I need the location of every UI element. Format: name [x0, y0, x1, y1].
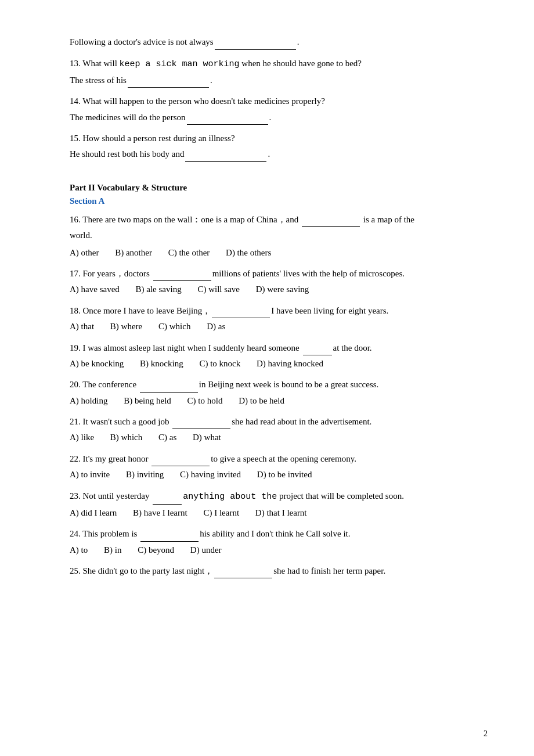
intro-line: Following a doctor's advice is not alway…	[70, 35, 488, 50]
q21-opt-b: B) which	[110, 430, 142, 445]
q14-text: 14. What will happen to the person who d…	[70, 93, 488, 109]
q19-opt-a: A) be knocking	[70, 357, 124, 372]
q19-opt-b: B) knocking	[140, 357, 183, 372]
q24-opt-c: C) beyond	[138, 543, 174, 558]
q18-opt-d: D) as	[207, 319, 225, 334]
q21-opt-a: A) like	[70, 430, 94, 445]
q13-text: 13. What will keep a sick man working wh…	[70, 56, 488, 72]
q22-text: 22. It's my great honor to give a speech…	[70, 451, 488, 466]
q17-options: A) have saved B) ale saving C) will save…	[70, 282, 488, 297]
question-21: 21. It wasn't such a good job she had re…	[70, 414, 488, 445]
q13-answer: The stress of his.	[70, 73, 488, 88]
intro-text: Following a doctor's advice is not alway…	[70, 37, 214, 46]
q23-text: 23. Not until yesterday anything about t…	[70, 488, 488, 505]
q25-text: 25. She didn't go to the party last nigh…	[70, 563, 488, 578]
q24-text: 24. This problem is his ability and I do…	[70, 526, 488, 541]
question-23: 23. Not until yesterday anything about t…	[70, 488, 488, 521]
q24-options: A) to B) in C) beyond D) under	[70, 543, 488, 558]
q23-opt-b: B) have I learnt	[133, 506, 187, 521]
q19-opt-d: D) having knocked	[257, 357, 323, 372]
q20-blank	[140, 392, 198, 393]
q21-text: 21. It wasn't such a good job she had re…	[70, 414, 488, 429]
q15-blank	[185, 161, 266, 162]
q23-options: A) did I learn B) have I learnt C) I lea…	[70, 506, 488, 521]
question-18: 18. Once more I have to leave Beijing，I …	[70, 303, 488, 334]
question-13: 13. What will keep a sick man working wh…	[70, 56, 488, 88]
q18-opt-a: A) that	[70, 319, 94, 334]
q17-opt-b: B) ale saving	[136, 282, 182, 297]
q23-special: anything about the	[183, 492, 277, 502]
q20-options: A) holding B) being held C) to hold D) t…	[70, 394, 488, 409]
q24-opt-b: B) in	[104, 543, 121, 558]
q25-blank	[214, 578, 272, 578]
q16-opt-d: D) the others	[226, 246, 271, 261]
q20-text: 20. The conference in Beijing next week …	[70, 377, 488, 392]
q13-blank	[128, 87, 209, 88]
q16-continuation: world.	[70, 228, 488, 243]
page-number: 2	[484, 729, 488, 739]
q20-opt-c: C) to hold	[187, 394, 223, 409]
q16-text: 16. There are two maps on the wall：one i…	[70, 212, 488, 227]
q14-blank	[187, 124, 268, 125]
q24-blank	[140, 541, 199, 542]
q16-blank	[302, 226, 360, 227]
q22-options: A) to invite B) inviting C) having invit…	[70, 467, 488, 483]
q20-opt-b: B) being held	[124, 394, 171, 409]
q23-opt-a: A) did I learn	[70, 506, 117, 521]
question-20: 20. The conference in Beijing next week …	[70, 377, 488, 408]
q19-opt-c: C) to knock	[199, 357, 240, 372]
section-a-heading: Section A	[70, 196, 488, 206]
q22-opt-a: A) to invite	[70, 467, 110, 483]
q19-options: A) be knocking B) knocking C) to knock D…	[70, 357, 488, 372]
q19-text: 19. I was almost asleep last night when …	[70, 340, 488, 355]
q16-opt-a: A) other	[70, 246, 99, 261]
q18-options: A) that B) where C) which D) as	[70, 319, 488, 334]
question-16: 16. There are two maps on the wall：one i…	[70, 212, 488, 260]
question-17: 17. For years，doctors millions of patien…	[70, 266, 488, 297]
q16-opt-c: C) the other	[168, 246, 210, 261]
q15-answer: He should rest both his body and.	[70, 147, 488, 162]
q22-opt-c: C) having invited	[180, 467, 241, 483]
q17-opt-c: C) will save	[197, 282, 240, 297]
q20-opt-d: D) to be held	[239, 394, 284, 409]
q18-opt-c: C) which	[158, 319, 190, 334]
q23-opt-d: D) that I learnt	[255, 506, 307, 521]
q22-blank	[151, 466, 210, 466]
question-14: 14. What will happen to the person who d…	[70, 93, 488, 125]
question-24: 24. This problem is his ability and I do…	[70, 526, 488, 557]
q18-text: 18. Once more I have to leave Beijing，I …	[70, 303, 488, 318]
question-15: 15. How should a person rest during an i…	[70, 131, 488, 162]
q17-blank	[153, 280, 211, 281]
q21-options: A) like B) which C) as D) what	[70, 430, 488, 445]
q21-opt-d: D) what	[193, 430, 221, 445]
q17-opt-d: D) were saving	[256, 282, 309, 297]
q14-answer: The medicines will do the person.	[70, 110, 488, 125]
part2-heading: Part II Vocabulary & Structure	[70, 183, 488, 193]
q22-opt-d: D) to be invited	[257, 467, 312, 483]
q24-opt-d: D) under	[190, 543, 222, 558]
question-25: 25. She didn't go to the party last nigh…	[70, 563, 488, 578]
q17-opt-a: A) have saved	[70, 282, 120, 297]
q16-opt-b: B) another	[115, 246, 152, 261]
q22-opt-b: B) inviting	[126, 467, 164, 483]
question-22: 22. It's my great honor to give a speech…	[70, 451, 488, 483]
q16-options: A) other B) another C) the other D) the …	[70, 246, 488, 261]
q18-opt-b: B) where	[110, 319, 142, 334]
q17-text: 17. For years，doctors millions of patien…	[70, 266, 488, 281]
q21-opt-c: C) as	[158, 430, 176, 445]
q19-blank	[303, 355, 332, 355]
q24-opt-a: A) to	[70, 543, 88, 558]
q21-blank	[172, 429, 230, 429]
q23-blank	[153, 504, 182, 505]
q15-text: 15. How should a person rest during an i…	[70, 131, 488, 146]
q13-special: keep a sick man working	[120, 59, 240, 69]
q23-opt-c: C) I learnt	[203, 506, 239, 521]
intro-blank	[215, 49, 296, 50]
q20-opt-a: A) holding	[70, 394, 107, 409]
question-19: 19. I was almost asleep last night when …	[70, 340, 488, 372]
q18-blank	[212, 318, 270, 318]
